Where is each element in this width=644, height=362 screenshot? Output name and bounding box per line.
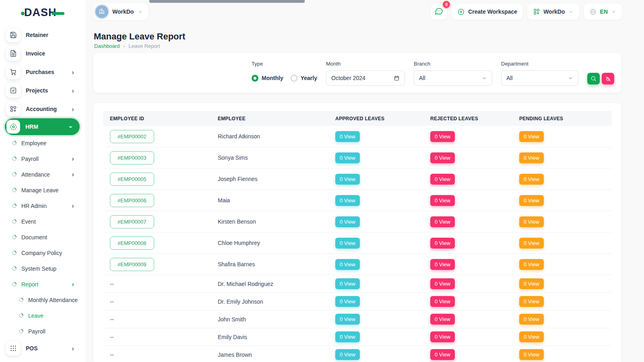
workspace-selector[interactable]: WorkDo bbox=[93, 3, 149, 20]
department-select[interactable]: All bbox=[501, 70, 578, 86]
sidebar-item-accounting[interactable]: Accounting› bbox=[0, 100, 85, 118]
type-radio-group: Monthly Yearly bbox=[252, 70, 317, 86]
sidebar-item-payroll[interactable]: Payroll bbox=[0, 323, 85, 339]
breadcrumb-dashboard-link[interactable]: Dashboard bbox=[94, 43, 120, 49]
sidebar-item-company-policy[interactable]: Company Policy bbox=[0, 245, 85, 261]
sidebar-item-label: Attendance bbox=[21, 171, 50, 178]
sidebar-item-label: Retainer bbox=[26, 32, 48, 38]
chevron-right-icon: › bbox=[72, 345, 74, 352]
pending-view-button[interactable]: 0 View bbox=[519, 238, 544, 249]
employee-id-badge[interactable]: #EMP00009 bbox=[110, 258, 154, 271]
table-row: #EMP00003Sonya Sims0 View0 View0 View bbox=[103, 147, 612, 169]
sidebar-item-label: Payroll bbox=[28, 328, 45, 335]
rejected-view-button[interactable]: 0 View bbox=[430, 296, 455, 307]
employee-id-badge[interactable]: #EMP00003 bbox=[110, 151, 154, 165]
sidebar-item-label: Employee bbox=[21, 140, 46, 146]
type-monthly-radio[interactable]: Monthly bbox=[252, 75, 283, 82]
employee-id-badge[interactable]: #EMP00005 bbox=[110, 173, 154, 186]
employee-id-badge[interactable]: #EMP00006 bbox=[110, 194, 154, 207]
radio-checked-icon bbox=[252, 75, 258, 82]
approved-view-button[interactable]: 0 View bbox=[335, 296, 360, 307]
employee-id-badge[interactable]: #EMP00008 bbox=[110, 237, 154, 250]
create-workspace-button[interactable]: Create Workspace bbox=[452, 4, 523, 20]
sidebar-item-hrm[interactable]: HRM› bbox=[5, 118, 80, 135]
sidebar: DASH RetainerInvoicePurchases›Projects›A… bbox=[0, 0, 85, 362]
approved-view-button[interactable]: 0 View bbox=[335, 238, 360, 249]
rejected-view-button[interactable]: 0 View bbox=[430, 131, 455, 142]
rejected-view-button[interactable]: 0 View bbox=[430, 152, 455, 163]
branch-select[interactable]: All bbox=[414, 70, 492, 86]
language-selector[interactable]: EN bbox=[584, 4, 622, 20]
reset-filter-button[interactable] bbox=[602, 73, 614, 84]
search-button[interactable] bbox=[587, 73, 600, 84]
radio-unchecked-icon bbox=[291, 75, 297, 82]
type-yearly-radio[interactable]: Yearly bbox=[291, 75, 317, 82]
approved-view-button[interactable]: 0 View bbox=[335, 174, 360, 185]
sidebar-item-leave[interactable]: Leave bbox=[0, 308, 85, 323]
bullet-icon bbox=[11, 234, 18, 241]
column-header-pending: PENDING LEAVES bbox=[519, 116, 612, 121]
sidebar-item-invoice[interactable]: Invoice bbox=[0, 44, 85, 63]
pending-view-button[interactable]: 0 View bbox=[519, 152, 544, 163]
projects-icon bbox=[6, 83, 21, 98]
rejected-view-button[interactable]: 0 View bbox=[430, 216, 455, 227]
pending-view-button[interactable]: 0 View bbox=[519, 195, 544, 206]
sidebar-item-event[interactable]: Event bbox=[0, 214, 85, 229]
rejected-view-button[interactable]: 0 View bbox=[430, 259, 455, 270]
rejected-view-button[interactable]: 0 View bbox=[430, 314, 455, 325]
pending-view-button[interactable]: 0 View bbox=[519, 174, 544, 185]
rejected-view-button[interactable]: 0 View bbox=[430, 278, 455, 289]
approved-view-button[interactable]: 0 View bbox=[335, 331, 360, 342]
approved-view-button[interactable]: 0 View bbox=[335, 259, 360, 270]
approved-view-button[interactable]: 0 View bbox=[335, 152, 360, 163]
employee-id-badge[interactable]: #EMP00002 bbox=[110, 130, 154, 143]
approved-view-button[interactable]: 0 View bbox=[335, 216, 360, 227]
monthly-radio-label: Monthly bbox=[262, 75, 283, 81]
approved-view-button[interactable]: 0 View bbox=[335, 278, 360, 289]
sidebar-item-projects[interactable]: Projects› bbox=[0, 81, 85, 100]
rejected-view-button[interactable]: 0 View bbox=[430, 349, 455, 360]
rejected-view-button[interactable]: 0 View bbox=[430, 238, 455, 249]
employee-id-badge[interactable]: #EMP00007 bbox=[110, 215, 154, 228]
branch-value: All bbox=[419, 75, 482, 81]
sidebar-item-document[interactable]: Document bbox=[0, 229, 85, 245]
table-row: #EMP00009Shafira Barnes0 View0 View0 Vie… bbox=[103, 254, 612, 275]
pending-view-button[interactable]: 0 View bbox=[519, 278, 544, 289]
app-logo[interactable]: DASH bbox=[0, 0, 85, 25]
sidebar-item-employee[interactable]: Employee bbox=[0, 135, 85, 151]
sidebar-item-system-setup[interactable]: System Setup bbox=[0, 261, 85, 276]
pending-view-button[interactable]: 0 View bbox=[519, 296, 544, 307]
sidebar-item-pos[interactable]: POS› bbox=[0, 339, 85, 358]
pending-view-button[interactable]: 0 View bbox=[519, 331, 544, 342]
sidebar-item-manage-leave[interactable]: Manage Leave bbox=[0, 182, 85, 198]
approved-view-button[interactable]: 0 View bbox=[335, 314, 360, 325]
workdo-menu-button[interactable]: WorkDo bbox=[527, 4, 579, 20]
employee-name: Richard Atkinson bbox=[218, 133, 335, 140]
month-input[interactable]: October 2024 bbox=[326, 70, 405, 86]
pending-view-button[interactable]: 0 View bbox=[519, 349, 544, 360]
pending-view-button[interactable]: 0 View bbox=[519, 259, 544, 270]
sidebar-item-payroll[interactable]: Payroll› bbox=[0, 151, 85, 167]
sidebar-item-retainer[interactable]: Retainer bbox=[0, 26, 85, 44]
rejected-view-button[interactable]: 0 View bbox=[430, 195, 455, 206]
approved-view-button[interactable]: 0 View bbox=[335, 131, 360, 142]
sidebar-item-hr-admin[interactable]: HR Admin› bbox=[0, 198, 85, 214]
pending-view-button[interactable]: 0 View bbox=[519, 314, 544, 325]
breadcrumb-current: Leave Report bbox=[129, 43, 160, 49]
sidebar-item-monthly-attendance[interactable]: Monthly Attendance bbox=[0, 292, 85, 308]
approved-view-button[interactable]: 0 View bbox=[335, 195, 360, 206]
table-row: #EMP00002Richard Atkinson0 View0 View0 V… bbox=[103, 126, 612, 147]
sidebar-item-report[interactable]: Report› bbox=[0, 276, 85, 292]
sidebar-item-attendance[interactable]: Attendance› bbox=[0, 167, 85, 182]
rejected-view-button[interactable]: 0 View bbox=[430, 331, 455, 342]
sidebar-menu: RetainerInvoicePurchases›Projects›Accoun… bbox=[0, 25, 85, 358]
pending-view-button[interactable]: 0 View bbox=[519, 131, 544, 142]
rejected-view-button[interactable]: 0 View bbox=[430, 174, 455, 185]
messages-button[interactable]: 0 bbox=[430, 4, 447, 20]
sidebar-item-label: Accounting bbox=[26, 106, 57, 112]
employee-name: Dr. Emily Johnson bbox=[218, 298, 335, 305]
retainer-icon bbox=[6, 28, 21, 42]
sidebar-item-purchases[interactable]: Purchases› bbox=[0, 63, 85, 81]
pending-view-button[interactable]: 0 View bbox=[519, 216, 544, 227]
approved-view-button[interactable]: 0 View bbox=[335, 349, 360, 360]
